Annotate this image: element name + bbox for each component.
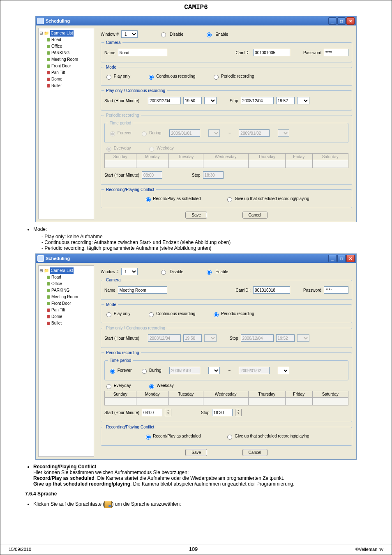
- weekday-label: Weekday: [157, 146, 174, 150]
- camid-field[interactable]: [253, 286, 290, 294]
- tree-root[interactable]: Camera List: [50, 30, 74, 37]
- day-header[interactable]: Monday: [136, 391, 168, 398]
- disable-radio[interactable]: [161, 270, 166, 275]
- enable-radio[interactable]: [207, 32, 212, 37]
- titlebar: Scheduling _ □ ✕: [36, 254, 356, 263]
- cancel-button[interactable]: Cancel: [242, 449, 267, 456]
- day-header[interactable]: Sunday: [105, 391, 136, 398]
- spinner-icon[interactable]: ▲▼: [235, 409, 242, 416]
- window-number-label: Window #: [101, 32, 119, 37]
- camid-field[interactable]: [253, 49, 290, 56]
- day-header[interactable]: Saturday: [312, 391, 348, 398]
- camid-label: CamID :: [235, 288, 251, 292]
- tree-item[interactable]: PARKING: [51, 288, 69, 292]
- maximize-icon[interactable]: □: [337, 255, 346, 262]
- start-hm-label: Start (Hour:Minute): [104, 410, 139, 415]
- day-header[interactable]: Friday: [285, 391, 312, 398]
- camera-fieldset: Camera Name CamID : Password: [101, 40, 352, 62]
- start-label: Start (Hour:Minute): [104, 336, 145, 341]
- stop-date-field[interactable]: [241, 97, 274, 104]
- stop-time-field[interactable]: [276, 97, 295, 104]
- start-time-field: [183, 334, 202, 342]
- start-date-field[interactable]: [148, 97, 181, 104]
- day-header: Friday: [285, 154, 312, 160]
- tree-item[interactable]: Dome: [51, 314, 62, 319]
- disable-label: Disable: [170, 32, 183, 37]
- conflict-legend: Recording/Playing Conflict: [104, 425, 156, 429]
- save-button[interactable]: Save: [185, 449, 207, 456]
- stop-time-select[interactable]: [297, 97, 309, 104]
- maximize-icon[interactable]: □: [337, 17, 346, 25]
- password-field[interactable]: [324, 286, 348, 294]
- camid-label: CamID :: [235, 51, 251, 55]
- mode-legend: Mode: [104, 302, 118, 307]
- tree-item[interactable]: Meeting Room: [51, 295, 78, 299]
- continuous-radio[interactable]: [149, 312, 154, 317]
- tree-item[interactable]: Pan Tilt: [51, 70, 65, 75]
- camera-legend: Camera: [104, 40, 122, 45]
- during-to-select: [278, 367, 289, 374]
- day-header[interactable]: Tuesday: [168, 391, 203, 398]
- stop-hm-field[interactable]: [212, 409, 233, 416]
- conflict-giveup-radio[interactable]: [227, 197, 232, 202]
- stop-time-field: [276, 334, 295, 342]
- tree-item[interactable]: Bullet: [51, 83, 62, 88]
- conflict-giveup-label: Give up that scheduled recording/playing: [235, 196, 309, 201]
- camera-tree[interactable]: ⊟ 📁 Camera List Road Office PARKING Meet…: [38, 28, 94, 219]
- periodic-radio[interactable]: [214, 312, 219, 317]
- page-footer: 15/09/2010 109 ©Velleman nv: [0, 544, 392, 552]
- conflict-scheduled-radio[interactable]: [146, 197, 151, 202]
- disable-radio[interactable]: [161, 32, 166, 37]
- day-header: Saturday: [312, 154, 348, 160]
- start-hm-field[interactable]: [142, 409, 162, 416]
- window-number-select[interactable]: 1: [121, 268, 138, 275]
- close-icon[interactable]: ✕: [346, 17, 355, 25]
- save-button[interactable]: Save: [185, 212, 207, 219]
- during-to-field: [239, 129, 270, 137]
- minimize-icon[interactable]: _: [328, 17, 337, 25]
- play-only-radio[interactable]: [106, 75, 111, 80]
- window-icon: [37, 18, 44, 24]
- name-field[interactable]: [118, 286, 167, 294]
- day-header: Wednesday: [203, 154, 248, 160]
- tree-item[interactable]: Road: [51, 37, 61, 42]
- weekday-radio[interactable]: [149, 384, 154, 389]
- tree-item[interactable]: Road: [51, 275, 61, 279]
- password-field[interactable]: [324, 49, 348, 56]
- conflict-scheduled-radio[interactable]: [146, 435, 151, 440]
- tree-item[interactable]: Meeting Room: [51, 57, 78, 62]
- forever-radio[interactable]: [110, 369, 115, 374]
- camera-tree[interactable]: ⊟ 📁 Camera List Road Office PARKING Meet…: [38, 265, 94, 457]
- day-header[interactable]: Wednesday: [203, 391, 248, 398]
- spinner-icon[interactable]: ▲▼: [165, 409, 171, 416]
- periodic-radio[interactable]: [214, 75, 219, 80]
- tree-item[interactable]: Dome: [51, 77, 62, 81]
- tree-item[interactable]: PARKING: [51, 51, 69, 55]
- day-header[interactable]: Thursday: [248, 391, 285, 398]
- minimize-icon[interactable]: _: [328, 255, 337, 262]
- periodic-legend: Periodic recording: [104, 113, 141, 117]
- start-time-select[interactable]: [204, 97, 217, 104]
- during-from-select: [208, 129, 220, 137]
- continuous-radio[interactable]: [149, 75, 154, 80]
- conflict-giveup-radio[interactable]: [227, 435, 232, 440]
- tree-item[interactable]: Front Door: [51, 64, 71, 68]
- name-field[interactable]: [118, 49, 167, 56]
- window-title: Scheduling: [46, 256, 70, 261]
- tree-item[interactable]: Pan Tilt: [51, 308, 65, 312]
- everyday-radio[interactable]: [106, 384, 111, 389]
- tree-item[interactable]: Front Door: [51, 301, 71, 306]
- tree-item[interactable]: Bullet: [51, 321, 62, 325]
- during-radio[interactable]: [142, 369, 147, 374]
- tree-root[interactable]: Camera List: [50, 267, 74, 274]
- close-icon[interactable]: ✕: [346, 255, 355, 262]
- play-only-radio[interactable]: [106, 312, 111, 317]
- enable-radio[interactable]: [207, 270, 212, 275]
- cancel-button[interactable]: Cancel: [242, 212, 267, 219]
- days-table[interactable]: Sunday Monday Tuesday Wednesday Thursday…: [104, 391, 348, 405]
- tree-item[interactable]: Office: [51, 44, 62, 48]
- tree-item[interactable]: Office: [51, 281, 62, 286]
- start-time-field[interactable]: [183, 97, 202, 104]
- window-number-select[interactable]: 1: [121, 30, 138, 38]
- weekday-radio: [149, 147, 154, 152]
